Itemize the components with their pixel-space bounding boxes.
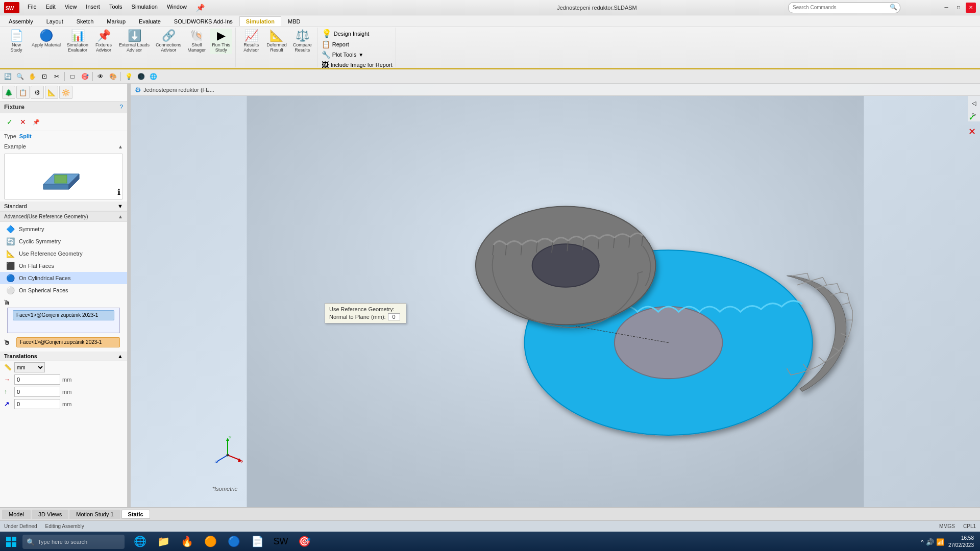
taskbar-volume-icon[interactable]: 🔊 — [926, 538, 934, 546]
display-style-button[interactable]: □ — [67, 71, 78, 82]
panel-simulation-button[interactable]: 📐 — [45, 86, 58, 99]
adv-use-ref-geometry[interactable]: 📐 Use Reference Geometry — [0, 247, 127, 260]
design-insight-button[interactable]: Design Insight — [334, 31, 370, 37]
tab-layout[interactable]: Layout — [40, 16, 70, 26]
close-button[interactable]: ✕ — [966, 3, 976, 13]
simulation-evaluator-button[interactable]: 📊 SimulationEvaluator — [65, 29, 90, 54]
taskbar-network-icon[interactable]: 📶 — [936, 538, 944, 546]
menu-tools[interactable]: Tools — [105, 3, 127, 13]
fixture-pin-button[interactable]: 📌 — [31, 116, 42, 128]
compare-results-button[interactable]: ⚖️ CompareResults — [291, 29, 314, 54]
panel-properties-button[interactable]: 📋 — [16, 86, 30, 99]
maximize-button[interactable]: □ — [953, 3, 964, 13]
tab-static[interactable]: Static — [121, 510, 150, 519]
adv-cyclic-symmetry[interactable]: 🔄 Cyclic Symmetry — [0, 235, 127, 247]
section-view-button[interactable]: ✂ — [51, 71, 62, 82]
menu-pin[interactable]: 📌 — [192, 3, 209, 13]
apply-material-button[interactable]: 🔵 Apply Material — [30, 29, 63, 49]
standard-section-toggle[interactable]: Standard ▼ — [0, 202, 127, 211]
taskbar-app-solidworks[interactable]: SW — [270, 532, 292, 551]
shell-manager-button[interactable]: 🐚 ShellManager — [185, 29, 208, 54]
deformed-result-button[interactable]: 📐 DeformedResult — [264, 29, 289, 54]
taskbar-app-edge[interactable]: 🌐 — [129, 532, 151, 551]
new-study-button[interactable]: 📄 NewStudy — [5, 29, 28, 54]
menu-insert[interactable]: Insert — [82, 3, 104, 13]
translations-section-toggle[interactable]: Translations ▲ — [0, 352, 127, 361]
taskbar-up-arrow-icon[interactable]: ^ — [921, 538, 924, 546]
plot-tools-dropdown-icon[interactable]: ▼ — [358, 52, 363, 58]
taskbar-search[interactable]: 🔍 Type here to search — [22, 535, 125, 549]
face-list-item-1[interactable]: Face<1>@Gonjeni zupcánik 2023-1 — [13, 310, 114, 320]
tab-3d-views[interactable]: 3D Views — [32, 510, 68, 519]
overlay-ok-button[interactable]: ✓ — [966, 111, 978, 123]
taskbar-clock[interactable]: 16:58 27/02/2023 — [948, 535, 974, 549]
normal-to-plane-value[interactable]: 0 — [388, 313, 400, 320]
face-list-item-2[interactable]: Face<1>@Gonjeni zupcánik 2023-1 — [16, 337, 120, 347]
hide-show-button[interactable]: 👁 — [95, 71, 106, 82]
taskbar-search-icon: 🔍 — [27, 538, 35, 546]
panel-display-button[interactable]: 🔆 — [59, 86, 72, 99]
tab-assembly[interactable]: Assembly — [2, 16, 40, 26]
example-section-toggle[interactable]: Example ▲ — [0, 141, 127, 152]
taskbar-app-explorer[interactable]: 📁 — [152, 532, 175, 551]
zoom-box-button[interactable]: 🔍 — [14, 71, 26, 82]
x-input[interactable] — [14, 374, 60, 385]
tab-sketch[interactable]: Sketch — [70, 16, 101, 26]
plot-tools-button[interactable]: Plot Tools — [332, 52, 357, 58]
overlay-cancel-button[interactable]: ✕ — [966, 126, 978, 138]
y-input[interactable] — [14, 387, 60, 397]
menu-file[interactable]: File — [23, 3, 41, 13]
rm-expand-left-icon[interactable]: ◁ — [969, 98, 979, 108]
taskbar-app-firefox[interactable]: 🔥 — [176, 532, 198, 551]
external-loads-button[interactable]: ⬇️ External LoadsAdvisor — [117, 29, 152, 54]
windows-start-button[interactable] — [2, 533, 20, 551]
appearance-button[interactable]: 🎨 — [107, 71, 118, 82]
taskbar-app-word[interactable]: 📄 — [246, 532, 268, 551]
shadows-button[interactable]: 🌑 — [135, 71, 146, 82]
taskbar-app-chrome[interactable]: 🔵 — [223, 532, 245, 551]
tab-addins[interactable]: SOLIDWORKS Add-Ins — [167, 16, 239, 26]
rotate-view-button[interactable]: 🔄 — [2, 71, 13, 82]
adv-on-cylindrical-faces[interactable]: 🔵 On Cylindrical Faces — [0, 272, 127, 284]
menu-simulation[interactable]: Simulation — [128, 3, 162, 13]
z-input[interactable] — [14, 399, 60, 409]
report-button[interactable]: Report — [332, 41, 349, 47]
fixtures-advisor-button[interactable]: 📌 FixturesAdvisor — [92, 29, 115, 54]
tab-markup[interactable]: Markup — [100, 16, 132, 26]
scene-button[interactable]: 🌐 — [148, 71, 159, 82]
taskbar-app-3[interactable]: 🟠 — [199, 532, 222, 551]
results-advisor-button[interactable]: 📈 ResultsAdvisor — [240, 29, 262, 54]
zoom-fit-button[interactable]: ⊡ — [39, 71, 50, 82]
menu-edit[interactable]: Edit — [42, 3, 60, 13]
view-orientation-button[interactable]: 🎯 — [79, 71, 90, 82]
adv-symmetry[interactable]: 🔷 Symmetry — [0, 223, 127, 235]
face-list-box[interactable]: Face<1>@Gonjeni zupcánik 2023-1 — [7, 308, 120, 333]
menu-window[interactable]: Window — [163, 3, 191, 13]
tab-simulation[interactable]: Simulation — [239, 16, 281, 26]
face-select-icon[interactable]: 🖱 — [3, 298, 10, 307]
fixture-cancel-button[interactable]: ✕ — [17, 116, 29, 128]
tab-model[interactable]: Model — [2, 510, 31, 519]
fixture-ok-button[interactable]: ✓ — [4, 116, 15, 128]
taskbar-app-other[interactable]: 🎯 — [293, 532, 315, 551]
panel-configuration-button[interactable]: ⚙ — [31, 86, 44, 99]
fixture-help-icon[interactable]: ? — [119, 104, 123, 111]
pan-button[interactable]: ✋ — [27, 71, 38, 82]
run-study-button[interactable]: ▶ Run ThisStudy — [210, 29, 232, 54]
tab-evaluate[interactable]: Evaluate — [132, 16, 167, 26]
adv-on-flat-faces[interactable]: ⬛ On Flat Faces — [0, 260, 127, 272]
connections-advisor-button[interactable]: 🔗 ConnectionsAdvisor — [154, 29, 183, 54]
unit-select[interactable]: mm m in — [14, 362, 45, 372]
viewport[interactable]: ⚙ Jednostepeni reduktor (FE... — [131, 84, 980, 507]
tab-motion-study-1[interactable]: Motion Study 1 — [69, 510, 120, 519]
adv-on-spherical-faces[interactable]: ⚪ On Spherical Faces — [0, 284, 127, 296]
panel-solidworks-tree-button[interactable]: 🌲 — [2, 86, 15, 99]
realview-button[interactable]: 💡 — [123, 71, 134, 82]
menu-view[interactable]: View — [61, 3, 81, 13]
minimize-button[interactable]: ─ — [941, 3, 951, 13]
advanced-section-toggle[interactable]: Advanced(Use Reference Geometry) ▲ — [0, 211, 127, 222]
include-image-button[interactable]: Include Image for Report — [331, 62, 393, 68]
tab-mbd[interactable]: MBD — [281, 16, 307, 26]
search-input[interactable] — [788, 2, 900, 13]
example-info-icon[interactable]: ℹ — [117, 187, 120, 197]
